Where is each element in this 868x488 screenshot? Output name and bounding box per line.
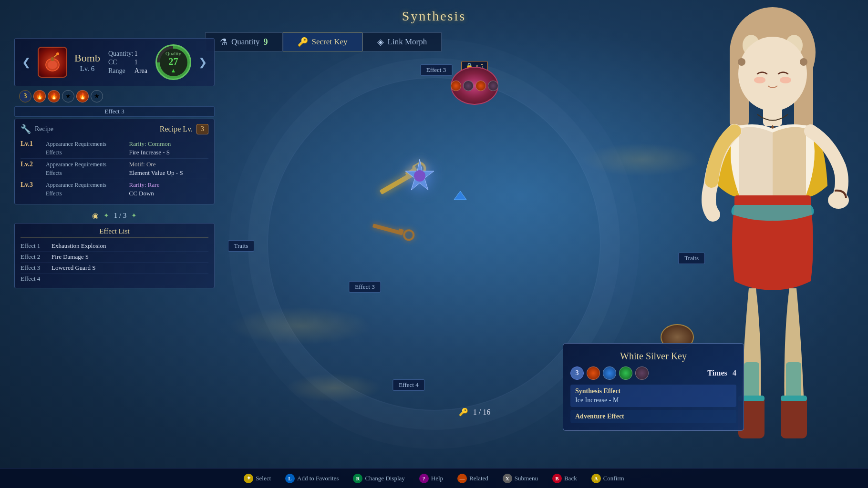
select-button-icon: ✦	[244, 474, 253, 483]
effect-4-num: Effect 4	[21, 275, 47, 283]
tab-link-morph[interactable]: ◈ Link Morph	[362, 32, 442, 51]
svg-point-10	[414, 170, 425, 182]
popup-gems-row: 3 Times 4	[570, 366, 736, 380]
action-back[interactable]: B Back	[552, 474, 577, 483]
confirm-label: Confirm	[603, 475, 624, 482]
tab-quantity[interactable]: ⚗ Quantity 9	[205, 32, 283, 51]
bottom-bar: ✦ Select L Add to Favorites R Change Dis…	[0, 468, 868, 488]
action-change-display[interactable]: R Change Display	[353, 474, 404, 483]
popup-synthesis-title: Synthesis Effect	[575, 387, 732, 395]
back-label: Back	[564, 475, 577, 482]
gem-row-top	[451, 81, 498, 91]
arrow-left[interactable]: ❮	[22, 56, 31, 69]
related-button-icon: —	[457, 474, 467, 483]
action-confirm[interactable]: A Confirm	[591, 474, 624, 483]
key-counter-value: 1 / 16	[473, 408, 490, 417]
req2-effects-value: Element Value Up - S	[129, 169, 209, 177]
effect-list-title: Effect List	[21, 227, 208, 238]
svg-point-4	[56, 52, 59, 55]
action-submenu[interactable]: X Submenu	[503, 474, 538, 483]
req1-effects-value: Fire Increase - S	[129, 149, 209, 156]
help-label: Help	[431, 475, 443, 482]
elem-dark-badge-2: ★	[91, 90, 103, 102]
progress-star-right: ✦	[131, 212, 137, 220]
progress-bar-row: ◉ ✦ 1 / 3 ✦	[14, 208, 215, 223]
left-panel: ❮ Bomb Lv. 6 Quantity: 1 CC	[14, 38, 215, 288]
recipe-block: 🔧 Recipe Recipe Lv. 3 Lv.1 Appearance Re…	[14, 119, 215, 204]
recipe-row-3: Lv.3 Appearance Requirements Rarity: Rar…	[21, 179, 208, 199]
svg-rect-32	[786, 362, 801, 398]
svg-rect-12	[372, 224, 403, 235]
action-help[interactable]: ? Help	[419, 474, 443, 483]
elem-fire-badge-2: 🔥	[48, 90, 60, 102]
effect-3-num: Effect 3	[21, 264, 47, 272]
recipe-header: 🔧 Recipe Recipe Lv. 3	[21, 124, 208, 134]
item-name: Bomb	[74, 52, 100, 64]
favorites-button-icon: L	[285, 474, 295, 483]
req2-appearance-label: Appearance Requirements	[46, 161, 125, 168]
popup-title: White Silver Key	[570, 351, 736, 362]
svg-rect-28	[781, 396, 807, 438]
effect-3-name: Lowered Guard S	[52, 264, 95, 272]
arrow-right[interactable]: ❯	[198, 56, 207, 69]
popup-gem-wind	[619, 366, 632, 380]
svg-point-1	[48, 61, 57, 69]
second-key-svg	[371, 220, 420, 244]
quality-value: 27	[169, 56, 178, 67]
svg-rect-23	[763, 105, 782, 126]
action-select[interactable]: ✦ Select	[244, 474, 271, 483]
item-name-block: Bomb Lv. 6	[74, 52, 100, 73]
gem-fire-1	[451, 81, 461, 91]
effect-item-2: Effect 2 Fire Damage S	[21, 252, 208, 263]
recipe-row-2: Lv.2 Appearance Requirements Motif: Ore …	[21, 159, 208, 179]
req1-appearance-label: Appearance Requirements	[46, 141, 125, 148]
svg-point-13	[403, 229, 414, 241]
req3-appearance-label: Appearance Requirements	[46, 182, 125, 189]
select-label: Select	[256, 475, 271, 482]
action-related[interactable]: — Related	[457, 474, 488, 483]
lv1-label: Lv.1	[21, 140, 42, 148]
popup-gem-dark	[635, 366, 649, 380]
req1-appearance-value: Rarity: Common	[129, 140, 209, 148]
top-nav: ⚗ Quantity 9 🔑 Secret Key ◈ Link Morph	[205, 32, 773, 51]
change-display-label: Change Display	[365, 475, 404, 482]
tab-link-morph-label: Link Morph	[388, 37, 427, 47]
submenu-label: Submenu	[515, 475, 538, 482]
effect-2-name: Fire Damage S	[52, 253, 89, 261]
cauldron-top: 🔒 × 5	[451, 67, 498, 105]
popup-synthesis-section: Synthesis Effect Ice Increase - M	[570, 385, 736, 407]
tab-secret-key[interactable]: 🔑 Secret Key	[283, 32, 362, 51]
recipe-row-1: Lv.1 Appearance Requirements Rarity: Com…	[21, 138, 208, 159]
svg-rect-2	[51, 57, 54, 61]
progress-icon: ◉	[92, 211, 99, 220]
progress-star: ✦	[103, 212, 109, 220]
svg-point-21	[754, 77, 765, 83]
popup-adventure-section: Adventure Effect	[570, 410, 736, 423]
action-favorites[interactable]: L Add to Favorites	[285, 474, 339, 483]
cc-label: CC	[108, 59, 134, 66]
gem-dark-1	[463, 81, 474, 91]
favorites-label: Add to Favorites	[297, 475, 339, 482]
gem-fire-2	[475, 81, 486, 91]
item-stats: Quantity: 1 CC 1 Range Area	[107, 49, 148, 76]
recipe-icon: 🔧	[21, 124, 31, 134]
help-button-icon: ?	[419, 474, 429, 483]
traits-label-left: Traits	[228, 240, 255, 252]
popup-gem-ice	[603, 366, 616, 380]
item-icon	[38, 47, 67, 78]
popup-gem-num: 3	[570, 366, 584, 380]
quantity-label: Quantity:	[108, 50, 134, 58]
popup-times: Times 4	[707, 369, 736, 377]
range-value: Area	[134, 67, 147, 75]
progress-value: 1 / 3	[114, 212, 127, 220]
recipe-level-badge: 3	[196, 124, 208, 134]
tab-quantity-label: Quantity	[231, 37, 260, 47]
effect-label-mid: Effect 3	[349, 281, 381, 293]
related-label: Related	[469, 475, 488, 482]
cc-value: 1	[134, 59, 147, 66]
quality-circle: Quality 27 ▲	[155, 44, 191, 80]
popup-times-value: 4	[733, 369, 736, 377]
right-popup: White Silver Key 3 Times 4 Synthesis Eff…	[563, 343, 744, 431]
quality-arrow: ▲	[171, 67, 176, 74]
req2-appearance-value: Motif: Ore	[129, 161, 209, 168]
